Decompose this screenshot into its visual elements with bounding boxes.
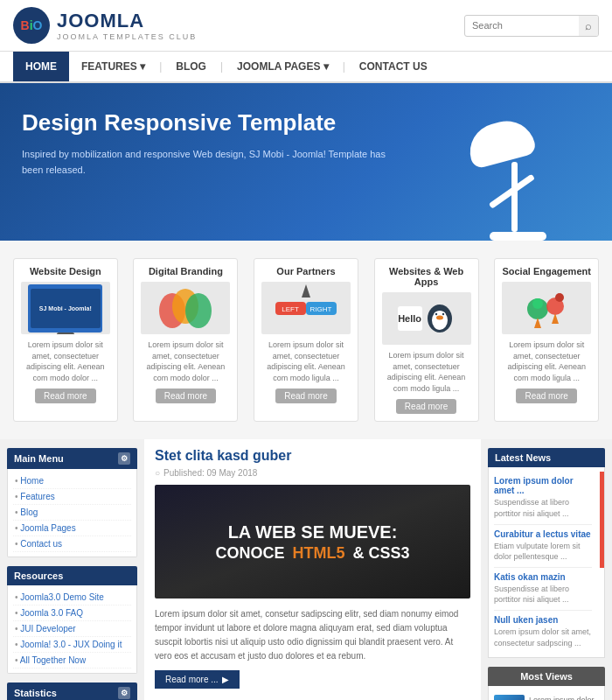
nav-item-home[interactable]: HOME — [13, 52, 69, 81]
social-svg — [511, 284, 581, 332]
feature-section: Website Design SJ Mobi - Joomla! Lorem i… — [0, 241, 612, 439]
sidebar-link-features[interactable]: Features — [13, 489, 131, 505]
article-img-line2: CONOCE HTML5 & CSS3 — [215, 543, 409, 564]
feature-card-img-1: SJ Mobi - Joomla! — [21, 282, 110, 334]
svg-point-14 — [436, 316, 443, 320]
feature-card-btn-4[interactable]: Read more — [396, 399, 456, 414]
feature-card-btn-1[interactable]: Read more — [35, 388, 95, 403]
news-item-2-wrapper: Curabitur a lectus vitae Etiam vulputate… — [494, 525, 599, 568]
feature-card-btn-5[interactable]: Read more — [516, 388, 576, 403]
feature-card-text-2: Lorem ipsum dolor sit amet, consectetuer… — [141, 340, 230, 383]
latest-news-body: Lorem ipsum dolor amet ... Suspendisse a… — [488, 467, 605, 658]
feature-card-btn-3[interactable]: Read more — [275, 388, 336, 403]
sidebar-link-home[interactable]: Home — [13, 473, 131, 489]
svg-text:RIGHT: RIGHT — [310, 305, 332, 313]
latest-news-title: Latest News — [495, 452, 551, 463]
article-1-image: LA WEB SE MUEVE: CONOCE HTML5 & CSS3 — [155, 485, 470, 598]
feature-card-social-engagement: Social Engagement Lorem ipsum dolor sit … — [494, 258, 599, 422]
statistics-header: Statistics ⚙ — [7, 682, 137, 700]
feature-card-title-5: Social Engagement — [502, 266, 591, 276]
hero-title: Design Responsive Template — [22, 109, 389, 136]
feature-card-btn-2[interactable]: Read more — [156, 388, 216, 403]
sidebar-link-blog[interactable]: Blog — [13, 505, 131, 521]
nav-item-joomla-pages[interactable]: JOOMLA PAGES ▾ — [225, 52, 341, 81]
news-item-4: Null uken jasen Lorem ipsum dolor sit am… — [494, 611, 592, 653]
logo-letter-o: O — [33, 18, 43, 32]
latest-news-header: Latest News — [488, 448, 605, 467]
feature-card-img-3: LEFT RIGHT — [261, 282, 351, 334]
logo-area: BiO JOOMLA JOOMLA TEMPLATES CLUB — [13, 7, 197, 44]
nav-item-contact[interactable]: CONTACT US — [347, 52, 440, 81]
article-1-read-more[interactable]: Read more ... ▶ — [155, 670, 240, 689]
nav-sep-1: | — [157, 60, 163, 73]
logo-icon: BiO — [13, 7, 50, 44]
news-item-4-wrapper: Null uken jasen Lorem ipsum dolor sit am… — [494, 611, 599, 653]
search-box[interactable]: ⌕ — [464, 15, 599, 37]
feature-card-img-2 — [141, 282, 230, 334]
feature-card-img-5 — [502, 282, 591, 334]
feature-card-our-partners: Our Partners LEFT RIGHT Lorem ipsum dolo… — [254, 258, 358, 422]
resources-title: Resources — [14, 570, 63, 581]
main-menu-header: Main Menu ⚙ — [7, 448, 137, 469]
resource-link-3[interactable]: JUI Developer — [13, 621, 131, 637]
article-img-line1: LA WEB SE MUEVE: — [215, 521, 409, 543]
feature-card-title-2: Digital Branding — [141, 266, 230, 276]
sidebar-link-contact[interactable]: Contact us — [13, 536, 131, 552]
main-menu-icon: ⚙ — [118, 452, 130, 465]
news-item-3-title[interactable]: Katis okan mazin — [494, 572, 592, 582]
article-1: Stet clita kasd guber ○ Published: 09 Ma… — [155, 448, 470, 689]
svg-point-18 — [555, 293, 564, 302]
news-red-bar-2 — [600, 525, 604, 568]
article-1-meta: ○ Published: 09 May 2018 — [155, 468, 470, 478]
main-menu-body: Home Features Blog Joomla Pages Contact … — [7, 469, 137, 557]
logo-letter-b: B — [21, 18, 30, 32]
most-view-thumb-1 — [494, 695, 525, 700]
svg-point-16 — [532, 298, 543, 309]
article-img-conoce: CONOCE — [215, 544, 284, 562]
news-item-2-text: Etiam vulputate lorem sit dolor pellente… — [494, 541, 592, 563]
article-1-image-text: LA WEB SE MUEVE: CONOCE HTML5 & CSS3 — [215, 521, 409, 564]
statistics-box: Statistics ⚙ OSLinux C PHP MySQLi5.6.40 … — [7, 682, 137, 700]
resource-link-5[interactable]: All Together Now — [13, 653, 131, 668]
news-item-2-title[interactable]: Curabitur a lectus vitae — [494, 529, 592, 539]
hero-content: Design Responsive Template Inspired by m… — [22, 109, 389, 178]
arrow-icon: ▶ — [222, 675, 229, 684]
clock-icon: ○ — [155, 468, 160, 478]
partners-svg: LEFT RIGHT — [271, 284, 341, 332]
resource-link-2[interactable]: Joomla 3.0 FAQ — [13, 606, 131, 621]
nav-item-features[interactable]: FEATURES ▾ — [69, 52, 157, 81]
svg-text:LEFT: LEFT — [282, 305, 299, 313]
statistics-title: Statistics — [14, 688, 57, 698]
news-item-1-title[interactable]: Lorem ipsum dolor amet ... — [494, 476, 592, 495]
svg-marker-7 — [302, 284, 310, 298]
news-red-bar-1 — [600, 472, 604, 524]
most-views-box: Most Views Lorem ipsum dolor amet, conse… — [488, 667, 605, 700]
resource-link-1[interactable]: Joomla3.0 Demo Site — [13, 590, 131, 606]
nav-item-blog[interactable]: BLOG — [163, 52, 219, 81]
main-content: Stet clita kasd guber ○ Published: 09 Ma… — [144, 439, 481, 700]
main-layout: Main Menu ⚙ Home Features Blog Joomla Pa… — [0, 439, 612, 700]
feature-card-text-5: Lorem ipsum dolor sit amet, consectetuer… — [502, 340, 591, 383]
svg-marker-19 — [534, 318, 541, 328]
news-item-1-text: Suspendisse at libero porttitor nisi ali… — [494, 497, 592, 519]
resources-box: Resources Joomla3.0 Demo Site Joomla 3.0… — [7, 566, 137, 674]
sidebar-link-joomla[interactable]: Joomla Pages — [13, 521, 131, 536]
svg-point-13 — [442, 313, 443, 315]
feature-card-title-1: Website Design — [21, 266, 110, 276]
search-button[interactable]: ⌕ — [579, 16, 598, 36]
feature-card-text-3: Lorem ipsum dolor sit amet, consectetuer… — [261, 340, 351, 383]
news-item-3-wrapper: Katis okan mazin Suspendisse at libero p… — [494, 568, 599, 611]
nav-sep-3: | — [341, 60, 347, 73]
resource-link-4[interactable]: Joomla! 3.0 - JUX Doing it — [13, 637, 131, 653]
article-img-css3: & CSS3 — [353, 544, 410, 562]
search-input[interactable] — [465, 17, 579, 34]
statistics-icon: ⚙ — [118, 687, 130, 699]
feature-cards: Website Design SJ Mobi - Joomla! Lorem i… — [9, 258, 603, 422]
news-item-4-title[interactable]: Null uken jasen — [494, 615, 592, 625]
article-1-title: Stet clita kasd guber — [155, 448, 470, 464]
nav-sep-2: | — [219, 60, 225, 73]
news-item-2: Curabitur a lectus vitae Etiam vulputate… — [494, 525, 592, 568]
news-item-3-text: Suspendisse at libero porttitor nisi ali… — [494, 584, 592, 606]
news-item-4-text: Lorem ipsum dolor sit amet, consectetur … — [494, 626, 592, 648]
feature-card-text-1: Lorem ipsum dolor sit amet, consectetuer… — [21, 340, 110, 383]
